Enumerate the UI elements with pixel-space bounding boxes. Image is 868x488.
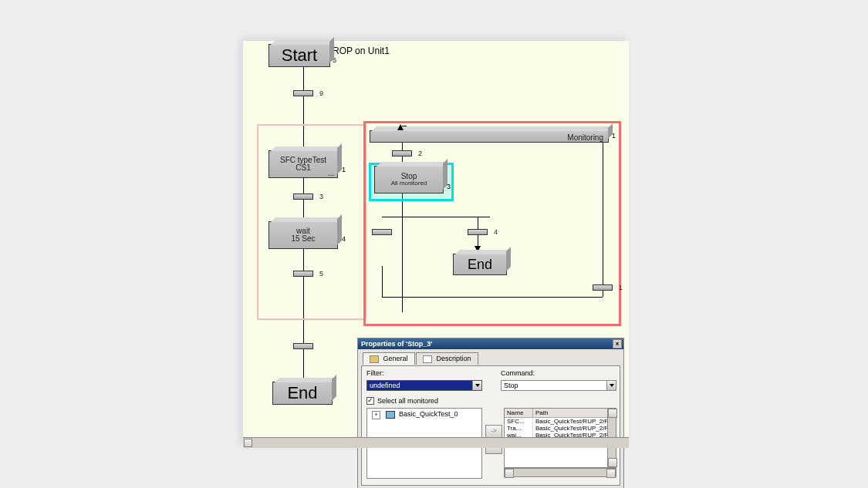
scroll-right-icon[interactable]: [606, 469, 616, 478]
stop-num: 3: [447, 183, 451, 190]
tree-item[interactable]: + Basic_QuickTest_0: [367, 409, 481, 419]
wait-line2: 15 Sec: [269, 235, 337, 244]
start-step-label: Start: [269, 46, 329, 64]
tab-general-label: General: [383, 355, 408, 362]
transition-9[interactable]: 9: [293, 90, 313, 96]
grid-hscrollbar[interactable]: [504, 468, 616, 477]
tab-description[interactable]: Description: [416, 352, 478, 365]
properties-titlebar[interactable]: Properties of 'Stop_3' x: [358, 338, 623, 349]
chevron-down-icon[interactable]: [472, 381, 481, 390]
loop-top-stub: [402, 126, 407, 126]
properties-panel[interactable]: Properties of 'Stop_3' x General Descrip…: [357, 338, 624, 488]
sfc-num: 1: [342, 166, 346, 173]
transition-4[interactable]: 4: [468, 229, 488, 235]
feedback-line-left-stub: [382, 266, 383, 297]
transition-branch-left[interactable]: [372, 229, 392, 235]
tree-node-icon: [386, 411, 395, 419]
stop-line2: All monitored: [375, 180, 443, 187]
tree-item-label: Basic_QuickTest_0: [399, 410, 458, 418]
chart-title: ROP on Unit1: [333, 45, 390, 56]
scroll-thumb[interactable]: [244, 439, 252, 447]
grid-col-name[interactable]: Name: [505, 409, 533, 417]
general-icon: [370, 355, 379, 363]
filter-label: Filter:: [366, 369, 384, 377]
wait-step[interactable]: wait 15 Sec: [269, 221, 338, 249]
end-sub-step[interactable]: End: [453, 254, 507, 275]
scroll-down-icon[interactable]: [608, 458, 617, 467]
properties-title: Properties of 'Stop_3': [361, 340, 432, 348]
grid-col-path[interactable]: Path: [533, 409, 616, 417]
expand-icon[interactable]: +: [372, 411, 380, 419]
sfc-dots: ...: [328, 170, 334, 178]
scroll-up-icon[interactable]: [608, 409, 617, 418]
properties-body: Filter: undefined Command: Stop Select a…: [361, 365, 620, 486]
end-step-label: End: [273, 384, 332, 402]
monitoring-label: Monitoring: [370, 134, 603, 143]
grid-row[interactable]: SFC...Basic_QuickTest/RUP_2/ROP_5...: [505, 418, 616, 425]
branch-split-line: [382, 217, 490, 217]
start-step[interactable]: Start: [269, 44, 330, 67]
feedback-line-bottom: [382, 297, 603, 298]
monitoring-num: 1: [612, 132, 616, 140]
description-icon: [423, 355, 432, 363]
transition-3[interactable]: 3: [293, 194, 313, 200]
transition-5[interactable]: 5: [293, 271, 313, 277]
select-all-checkbox[interactable]: [366, 397, 374, 405]
tab-general[interactable]: General: [363, 352, 415, 365]
monitoring-header[interactable]: Monitoring: [370, 130, 609, 143]
sfc-typetest-step[interactable]: SFC typeTest CS1 ...: [269, 150, 338, 178]
grid-header: Name Path: [505, 409, 616, 418]
command-label: Command:: [501, 369, 535, 377]
command-dropdown[interactable]: Stop: [501, 380, 616, 391]
transition-exit[interactable]: [293, 343, 313, 349]
tab-description-label: Description: [437, 355, 471, 362]
command-value: Stop: [504, 382, 518, 389]
transition-1[interactable]: 1: [593, 284, 613, 291]
filter-value: undefined: [370, 382, 400, 389]
scroll-left-icon[interactable]: [505, 469, 514, 478]
end-sub-label: End: [454, 257, 506, 272]
stop-step[interactable]: Stop All monitored: [374, 166, 444, 194]
filter-dropdown[interactable]: undefined: [366, 380, 482, 391]
canvas-hscrollbar[interactable]: [243, 437, 629, 448]
wait-num: 4: [342, 235, 346, 243]
close-icon[interactable]: x: [613, 339, 622, 348]
chevron-down-icon[interactable]: [606, 381, 616, 390]
transition-2[interactable]: 2: [392, 150, 412, 156]
properties-tabs: General Description: [363, 352, 623, 365]
end-step[interactable]: End: [272, 382, 333, 405]
grid-row[interactable]: Tra...Basic_QuickTest/RUP_2/ROP_5...: [505, 425, 616, 432]
select-all-label: Select all monitored: [377, 397, 438, 405]
sfc-editor-canvas[interactable]: ROP on Unit1 5 Start 9 SFC typeTest CS1 …: [243, 41, 629, 448]
feedback-line-right: [603, 143, 603, 297]
